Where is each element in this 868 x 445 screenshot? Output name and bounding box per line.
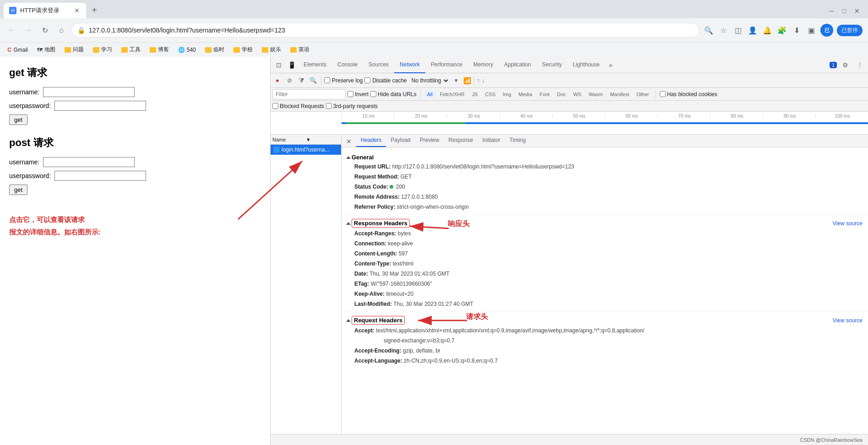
- active-tab[interactable]: H HTTP请求登录 ✕: [4, 3, 86, 18]
- paused-btn[interactable]: 已暂停: [837, 25, 863, 36]
- tab-security[interactable]: Security: [537, 57, 567, 73]
- extension-icon[interactable]: 🧩: [776, 25, 787, 36]
- sub-tab-timing[interactable]: Timing: [505, 135, 531, 147]
- tab-lighthouse[interactable]: Lighthouse: [567, 57, 605, 73]
- bell-icon[interactable]: 🔔: [762, 25, 773, 36]
- device-btn[interactable]: 📱: [285, 59, 298, 71]
- bookmark-entertainment[interactable]: 娱乐: [260, 45, 283, 54]
- filter-doc-btn[interactable]: Doc: [554, 91, 569, 98]
- filter-fetch-btn[interactable]: Fetch/XHR: [437, 91, 467, 98]
- bookmark-blog[interactable]: 博客: [148, 45, 171, 54]
- folder-icon: [290, 47, 297, 53]
- back-btn[interactable]: ←: [5, 24, 18, 37]
- view-source2-btn[interactable]: View source: [833, 317, 863, 324]
- filter-img-btn[interactable]: Img: [500, 91, 514, 98]
- filter-js-btn[interactable]: JS: [469, 91, 481, 98]
- sub-tab-payload[interactable]: Payload: [386, 135, 415, 147]
- sub-tab-headers[interactable]: Headers: [356, 135, 386, 147]
- record-btn[interactable]: ●: [272, 76, 282, 86]
- filter-font-btn[interactable]: Font: [537, 91, 553, 98]
- tab-sources[interactable]: Sources: [363, 57, 394, 73]
- post-username-input[interactable]: [43, 157, 135, 167]
- invert-checkbox[interactable]: Invert: [347, 91, 369, 98]
- view-source-btn[interactable]: View source: [833, 220, 863, 227]
- tab-console[interactable]: Console: [332, 57, 363, 73]
- tab-memory[interactable]: Memory: [468, 57, 499, 73]
- minimize-btn[interactable]: ─: [826, 5, 837, 16]
- request-headers-section-header[interactable]: Request Headers View source: [347, 313, 863, 326]
- bookmark-540[interactable]: 🌐 540: [176, 46, 198, 54]
- bookmark-tools[interactable]: 工具: [119, 45, 142, 54]
- tab-elements[interactable]: Elements: [298, 57, 332, 73]
- filter-all-btn[interactable]: All: [424, 91, 435, 98]
- response-headers-section-header[interactable]: Response Headers View source: [347, 216, 863, 228]
- tab-network[interactable]: Network: [394, 57, 425, 73]
- close-btn[interactable]: ✕: [852, 5, 863, 16]
- filter-other-btn[interactable]: Other: [634, 91, 652, 98]
- bookmark-issue[interactable]: 问题: [63, 45, 86, 54]
- more-tabs-btn[interactable]: »: [605, 61, 616, 69]
- bookmark-label: 临时: [213, 46, 224, 54]
- tick-60ms: 60 ms: [605, 114, 657, 119]
- bookmark-icon[interactable]: ☆: [718, 25, 729, 36]
- throttle-dropdown-icon[interactable]: ▾: [451, 76, 461, 86]
- filter-input[interactable]: [272, 89, 346, 99]
- account-icon[interactable]: 👤: [747, 25, 758, 36]
- wifi-icon[interactable]: 📶: [463, 77, 471, 84]
- forward-btn[interactable]: →: [22, 24, 35, 37]
- search-icon[interactable]: 🔍: [703, 25, 714, 36]
- general-section-header[interactable]: General: [347, 151, 863, 162]
- sub-tab-initiator[interactable]: Initiator: [477, 135, 505, 147]
- get-submit-btn[interactable]: get: [9, 114, 27, 125]
- folder-icon: [233, 47, 240, 53]
- filter-manifest-btn[interactable]: Manifest: [608, 91, 632, 98]
- screenshot-icon[interactable]: ◫: [732, 25, 743, 36]
- preserve-log-checkbox[interactable]: Preserve log: [324, 77, 363, 84]
- main-area: get 请求 username: userpassword: get post …: [0, 57, 868, 445]
- filter-css-btn[interactable]: CSS: [483, 91, 499, 98]
- settings-icon[interactable]: ⚙: [839, 59, 852, 71]
- tab-performance[interactable]: Performance: [425, 57, 468, 73]
- sub-tab-response[interactable]: Response: [444, 135, 477, 147]
- has-blocked-checkbox[interactable]: Has blocked cookies: [660, 91, 717, 98]
- bookmark-maps[interactable]: 🗺 地图: [35, 45, 57, 54]
- download-icon[interactable]: ⬇: [791, 25, 802, 36]
- request-item-login[interactable]: 🌐 login.html?userna...: [271, 145, 341, 155]
- bookmark-english[interactable]: 英语: [288, 45, 311, 54]
- post-userpassword-input[interactable]: [54, 171, 146, 181]
- filter-wasm-btn[interactable]: Wasm: [586, 91, 606, 98]
- clear-btn[interactable]: ⊘: [284, 76, 294, 86]
- blocked-requests-checkbox[interactable]: Blocked Requests: [272, 103, 324, 109]
- bookmark-temp[interactable]: 临时: [203, 45, 226, 54]
- filter-media-btn[interactable]: Media: [516, 91, 535, 98]
- tab-application[interactable]: Application: [499, 57, 537, 73]
- refresh-btn[interactable]: ↻: [38, 24, 51, 37]
- inspect-btn[interactable]: ⊡: [272, 59, 285, 71]
- maximize-btn[interactable]: □: [839, 5, 850, 16]
- folder-icon: [205, 47, 212, 53]
- third-party-checkbox[interactable]: 3rd-party requests: [326, 103, 378, 109]
- disable-cache-checkbox[interactable]: Disable cache: [364, 77, 407, 84]
- post-submit-btn[interactable]: get: [9, 185, 27, 195]
- get-username-input[interactable]: [43, 87, 135, 97]
- filter-ws-btn[interactable]: WS: [570, 91, 584, 98]
- profile-btn[interactable]: 已: [820, 24, 833, 37]
- tab-close-btn[interactable]: ✕: [73, 7, 81, 14]
- address-input-container[interactable]: 🔒 127.0.0.1:8080/servlet08/login.html?us…: [71, 23, 700, 38]
- hide-data-urls-checkbox[interactable]: Hide data URLs: [370, 91, 417, 98]
- download-icon[interactable]: ↓: [482, 77, 485, 84]
- more-options-icon[interactable]: ⋮: [853, 59, 866, 71]
- upload-icon[interactable]: ↑: [477, 77, 480, 84]
- sidebar-icon[interactable]: ▣: [806, 25, 817, 36]
- bookmark-school[interactable]: 学校: [232, 45, 255, 54]
- sub-tab-preview[interactable]: Preview: [415, 135, 444, 147]
- home-btn[interactable]: ⌂: [55, 24, 68, 37]
- get-userpassword-input[interactable]: [54, 101, 146, 111]
- bookmark-study[interactable]: 学习: [91, 45, 114, 54]
- search-icon-btn[interactable]: 🔍: [308, 76, 318, 86]
- throttle-select[interactable]: No throttling Fast 3G Slow 3G: [409, 77, 450, 84]
- filter-icon-btn[interactable]: ⧩: [296, 76, 306, 86]
- sub-tab-close-btn[interactable]: ✕: [343, 136, 354, 147]
- new-tab-btn[interactable]: +: [88, 4, 101, 16]
- bookmark-gmail[interactable]: C Gmail: [5, 45, 30, 54]
